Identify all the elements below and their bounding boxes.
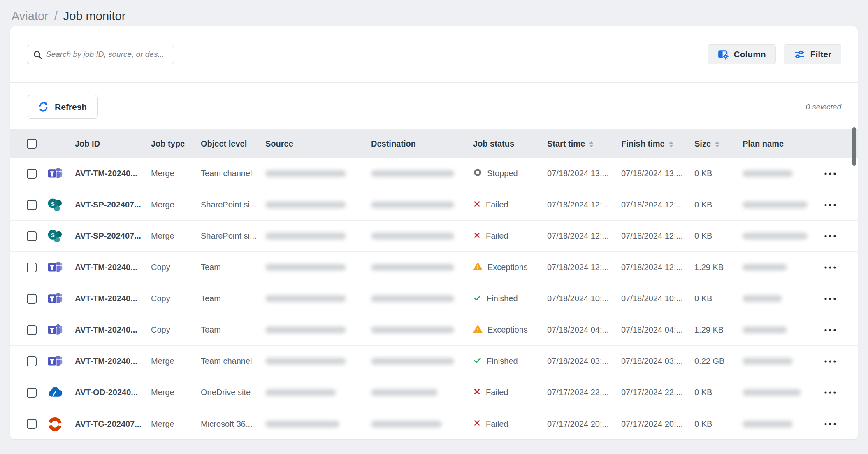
teams-icon	[47, 322, 63, 338]
job-monitor-card: Column Filter Refresh 0	[10, 26, 858, 439]
row-checkbox[interactable]	[27, 169, 37, 179]
job-id[interactable]: AVT-SP-202407...	[75, 200, 151, 210]
row-checkbox[interactable]	[27, 294, 37, 304]
row-actions-button[interactable]	[822, 419, 839, 429]
sort-icon[interactable]	[714, 140, 720, 148]
start-time: 07/18/2024 10:...	[547, 294, 621, 303]
search-input[interactable]	[27, 45, 174, 64]
job-type: Merge	[151, 388, 201, 397]
plan-name-redacted	[743, 201, 808, 208]
row-checkbox[interactable]	[27, 325, 37, 335]
job-type: Merge	[151, 419, 201, 429]
column-header-start-time[interactable]: Start time	[547, 139, 621, 149]
row-checkbox[interactable]	[27, 263, 37, 272]
breadcrumb: Aviator / Job monitor	[0, 0, 868, 26]
job-id[interactable]: AVT-TM-20240...	[75, 263, 151, 272]
row-actions-button[interactable]	[822, 294, 839, 304]
column-header-object-level[interactable]: Object level	[201, 139, 265, 149]
start-time: 07/17/2024 20:...	[547, 419, 621, 429]
stopped-icon	[473, 168, 482, 179]
vertical-scrollbar[interactable]	[852, 127, 856, 166]
breadcrumb-parent[interactable]: Aviator	[12, 9, 49, 23]
plan-name-redacted	[743, 358, 793, 365]
row-checkbox[interactable]	[27, 356, 37, 366]
table-row[interactable]: s AVT-SP-202407... Merge SharePoint si..…	[10, 221, 858, 252]
svg-text:s: s	[51, 200, 55, 207]
table-row[interactable]: s AVT-SP-202407... Merge SharePoint si..…	[10, 189, 858, 221]
job-type: Merge	[151, 231, 201, 241]
ellipsis-icon	[824, 391, 836, 394]
destination-redacted	[371, 233, 454, 240]
onedrive-icon	[47, 385, 63, 400]
filter-button-label: Filter	[810, 49, 831, 59]
column-header-job-id[interactable]: Job ID	[75, 139, 151, 149]
destination-redacted	[371, 358, 454, 365]
table-row[interactable]: AVT-TM-20240... Merge Team channel Stopp…	[10, 158, 858, 189]
source-redacted	[265, 201, 346, 208]
size: 1.29 KB	[694, 263, 743, 272]
selected-count: 0 selected	[805, 102, 841, 112]
search-box	[27, 45, 174, 64]
header-checkbox-cell	[27, 139, 47, 149]
column-header-plan-name[interactable]: Plan name	[743, 139, 819, 149]
job-type: Merge	[151, 200, 201, 210]
row-actions-button[interactable]	[822, 263, 839, 272]
job-id[interactable]: AVT-TG-202407...	[75, 419, 151, 429]
row-checkbox[interactable]	[27, 231, 37, 241]
source-redacted	[265, 358, 346, 365]
object-level: Microsoft 36...	[201, 419, 265, 429]
job-id[interactable]: AVT-TM-20240...	[75, 325, 151, 335]
table-row[interactable]: AVT-TM-20240... Copy Team Finished 07/18…	[10, 283, 858, 314]
size: 0 KB	[694, 200, 743, 210]
column-header-source[interactable]: Source	[265, 139, 371, 149]
row-actions-button[interactable]	[822, 231, 839, 241]
plan-name-redacted	[743, 233, 808, 240]
column-header-job-status[interactable]: Job status	[473, 139, 547, 149]
column-header-destination[interactable]: Destination	[371, 139, 473, 149]
job-id[interactable]: AVT-SP-202407...	[75, 231, 151, 241]
failed-icon	[473, 200, 481, 210]
job-id[interactable]: AVT-TM-20240...	[75, 356, 151, 366]
sort-icon[interactable]	[588, 140, 594, 148]
row-checkbox[interactable]	[27, 388, 37, 398]
destination-redacted	[371, 421, 442, 428]
plan-name-redacted	[743, 421, 793, 428]
object-level: Team	[201, 325, 265, 335]
exceptions-icon	[473, 262, 483, 273]
row-actions-button[interactable]	[822, 356, 839, 366]
table-row[interactable]: AVT-TM-20240... Copy Team Exceptions 07/…	[10, 314, 858, 346]
row-actions-button[interactable]	[822, 169, 839, 179]
select-all-checkbox[interactable]	[27, 139, 37, 149]
job-id[interactable]: AVT-OD-20240...	[75, 388, 151, 397]
refresh-button[interactable]: Refresh	[27, 95, 98, 119]
row-actions-button[interactable]	[822, 325, 839, 335]
job-status-label: Failed	[486, 200, 508, 210]
sort-icon[interactable]	[668, 140, 674, 148]
source-redacted	[265, 421, 339, 428]
table-row[interactable]: AVT-TM-20240... Copy Team Exceptions 07/…	[10, 252, 858, 283]
table-row[interactable]: AVT-OD-20240... Merge OneDrive site Fail…	[10, 377, 858, 408]
job-id[interactable]: AVT-TM-20240...	[75, 169, 151, 178]
destination-redacted	[371, 389, 438, 396]
finish-time: 07/18/2024 03:...	[621, 356, 694, 366]
column-header-finish-time[interactable]: Finish time	[621, 139, 694, 149]
row-checkbox[interactable]	[27, 200, 37, 210]
source-redacted	[265, 389, 336, 396]
table-row[interactable]: AVT-TM-20240... Merge Team channel Finis…	[10, 346, 858, 377]
column-button[interactable]: Column	[708, 44, 776, 64]
size: 0.22 GB	[694, 356, 743, 366]
table-row[interactable]: AVT-TG-202407... Merge Microsoft 36... F…	[10, 408, 858, 440]
breadcrumb-separator: /	[54, 9, 58, 23]
actions-bar: Refresh 0 selected	[10, 83, 858, 129]
search-icon	[32, 50, 43, 60]
start-time: 07/17/2024 22:...	[547, 388, 621, 397]
job-id[interactable]: AVT-TM-20240...	[75, 294, 151, 303]
row-actions-button[interactable]	[822, 388, 839, 398]
filter-button[interactable]: Filter	[784, 44, 841, 64]
teams-icon	[47, 354, 63, 369]
column-header-size[interactable]: Size	[694, 139, 743, 149]
row-checkbox[interactable]	[27, 419, 37, 429]
row-actions-button[interactable]	[822, 200, 839, 210]
column-header-job-type[interactable]: Job type	[151, 139, 201, 149]
object-level: Team channel	[201, 169, 265, 178]
